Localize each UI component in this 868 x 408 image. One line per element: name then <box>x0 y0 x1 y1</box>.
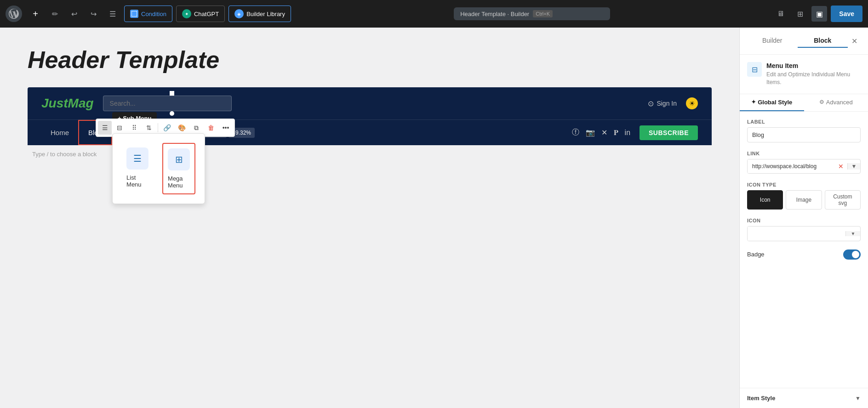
menu-item-info: Menu Item Edit and Optimize Individual M… <box>766 62 861 86</box>
icon-type-field-label: ICON TYPE <box>747 182 861 187</box>
page-title: Header Template <box>28 46 712 74</box>
resize-handle-bottom[interactable] <box>170 111 174 116</box>
ft-reorder-button[interactable]: ⇅ <box>142 121 156 135</box>
nav-home-label: Home <box>51 129 69 136</box>
style-tab-global[interactable]: ✦ Global Style <box>740 94 804 111</box>
ft-more-button[interactable]: ••• <box>219 121 233 135</box>
social-icons: ⓕ 📷 ✕ 𝐏 in <box>572 128 630 137</box>
mega-menu-icon: ⊞ <box>168 148 190 170</box>
ft-drag-button[interactable]: ⠿ <box>127 121 141 135</box>
panel-fields: LABEL Link ✕ ▼ ICON TYPE Icon Image Cust… <box>740 112 868 388</box>
edit-mode-button[interactable]: ✏ <box>47 6 63 22</box>
icon-select-input[interactable] <box>748 227 845 241</box>
icon-type-buttons: Icon Image Custom svg <box>747 190 861 210</box>
badge-toggle[interactable] <box>843 249 861 260</box>
global-style-icon: ✦ <box>751 99 756 105</box>
icon-type-image-button[interactable]: Image <box>786 190 822 210</box>
resize-handle-top[interactable] <box>170 91 174 96</box>
twitter-icon[interactable]: ✕ <box>601 128 607 137</box>
panel-tab-block[interactable]: Block <box>798 34 848 48</box>
search-bar-text: Header Template · Builder <box>460 11 529 17</box>
ft-divider-1 <box>158 123 158 132</box>
search-input-preview[interactable] <box>103 96 232 111</box>
linkedin-icon[interactable]: in <box>625 129 630 137</box>
ft-color-button[interactable]: 🎨 <box>175 121 188 135</box>
menu-type-list[interactable]: ☰ List Menu <box>122 143 153 194</box>
badge-field-group: Badge <box>747 249 861 260</box>
style-tab-advanced[interactable]: ⚙ Advanced <box>804 94 868 111</box>
link-clear-button[interactable]: ✕ <box>834 163 847 170</box>
link-expand-button[interactable]: ▼ <box>847 163 860 170</box>
link-field-label: Link <box>747 151 861 156</box>
canvas-area: Header Template JustMag ⊙ Sign In <box>0 28 739 408</box>
ft-style-button[interactable]: ⊟ <box>113 121 126 135</box>
link-input-wrap: ✕ ▼ <box>747 159 861 174</box>
condition-icon <box>130 10 138 18</box>
badge-label: Badge <box>747 251 765 258</box>
list-menu-icon: ☰ <box>126 147 148 170</box>
icon-type-svg-button[interactable]: Custom svg <box>825 190 861 210</box>
menu-item-icon: ⊟ <box>747 62 762 77</box>
item-style-collapse[interactable]: Item Style ▼ <box>740 388 868 408</box>
desktop-view-button[interactable]: 🖥 <box>773 6 788 22</box>
link-input[interactable] <box>748 159 834 173</box>
icon-field-group: Icon ▼ <box>747 218 861 241</box>
sign-in-button[interactable]: ⊙ Sign In <box>648 99 677 108</box>
multiscreen-button[interactable]: ⊞ <box>792 6 808 22</box>
search-bar-area: Header Template · Builder Ctrl+K <box>295 7 769 20</box>
advanced-icon: ⚙ <box>819 99 824 105</box>
undo-button[interactable]: ↩ <box>66 6 82 22</box>
search-bar[interactable]: Header Template · Builder Ctrl+K <box>454 7 610 20</box>
logo: JustMag <box>41 96 94 111</box>
chatgpt-button[interactable]: ✦ ChatGPT <box>176 6 225 22</box>
ft-delete-button[interactable]: 🗑 <box>204 121 218 135</box>
nav-item-home[interactable]: Home <box>41 120 78 145</box>
menu-item-title: Menu Item <box>766 62 861 69</box>
label-field-label: LABEL <box>747 119 861 125</box>
main-area: Header Template JustMag ⊙ Sign In <box>0 28 868 408</box>
icon-type-field-group: ICON TYPE Icon Image Custom svg <box>747 182 861 210</box>
panel-tab-builder[interactable]: Builder <box>747 34 798 48</box>
icon-select-wrap: ▼ <box>747 226 861 241</box>
ft-link-button[interactable]: 🔗 <box>160 121 174 135</box>
header-preview: JustMag ⊙ Sign In ☀ ☰ ⊟ <box>28 87 712 145</box>
link-field-group: Link ✕ ▼ <box>747 151 861 174</box>
menu-type-mega[interactable]: ⊞ Mega Menu <box>162 143 195 194</box>
redo-button[interactable]: ↪ <box>86 6 101 22</box>
facebook-icon[interactable]: ⓕ <box>572 128 579 137</box>
instagram-icon[interactable]: 📷 <box>586 128 595 137</box>
menu-item-desc: Edit and Optimize Individual Menu Items. <box>766 71 861 86</box>
wordpress-logo[interactable] <box>6 6 22 22</box>
menu-item-header: ⊟ Menu Item Edit and Optimize Individual… <box>740 55 868 94</box>
logo-green: Mag <box>68 96 94 110</box>
save-button[interactable]: Save <box>831 6 862 22</box>
subscribe-button[interactable]: SUBSCRIBE <box>640 125 698 140</box>
badge-toggle-row: Badge <box>747 249 861 260</box>
add-block-button[interactable]: + <box>28 6 43 22</box>
theme-toggle[interactable]: ☀ <box>686 97 698 109</box>
icon-type-icon-button[interactable]: Icon <box>747 190 783 210</box>
menu-type-popup: ☰ List Menu ⊞ Mega Menu <box>112 133 205 204</box>
svg-rect-0 <box>131 11 137 17</box>
sidebar-toggle-button[interactable]: ▣ <box>811 6 827 22</box>
panel-close-button[interactable]: ✕ <box>848 34 861 47</box>
builder-library-icon: ◈ <box>234 9 244 18</box>
panel-header: Builder Block ✕ <box>740 28 868 55</box>
builder-library-button[interactable]: ◈ Builder Library <box>228 6 291 22</box>
style-tabs: ✦ Global Style ⚙ Advanced <box>740 94 868 112</box>
top-toolbar: + ✏ ↩ ↪ ☰ Condition ✦ ChatGPT ◈ Builder … <box>0 0 868 28</box>
toolbar-right: 🖥 ⊞ ▣ Save <box>773 6 862 22</box>
pinterest-icon[interactable]: 𝐏 <box>614 129 618 137</box>
ft-layout-button[interactable]: ☰ <box>98 121 112 135</box>
item-style-label: Item Style <box>747 395 775 402</box>
list-view-button[interactable]: ☰ <box>105 6 120 22</box>
condition-button[interactable]: Condition <box>124 6 172 22</box>
list-menu-label: List Menu <box>126 174 148 188</box>
icon-select-arrow[interactable]: ▼ <box>845 231 860 236</box>
mega-menu-label: Mega Menu <box>168 175 190 189</box>
label-input[interactable] <box>747 127 861 142</box>
ft-duplicate-button[interactable]: ⧉ <box>189 121 203 135</box>
icon-field-label: Icon <box>747 218 861 223</box>
item-style-collapse-arrow: ▼ <box>855 395 861 402</box>
shortcut-badge: Ctrl+K <box>533 10 553 17</box>
